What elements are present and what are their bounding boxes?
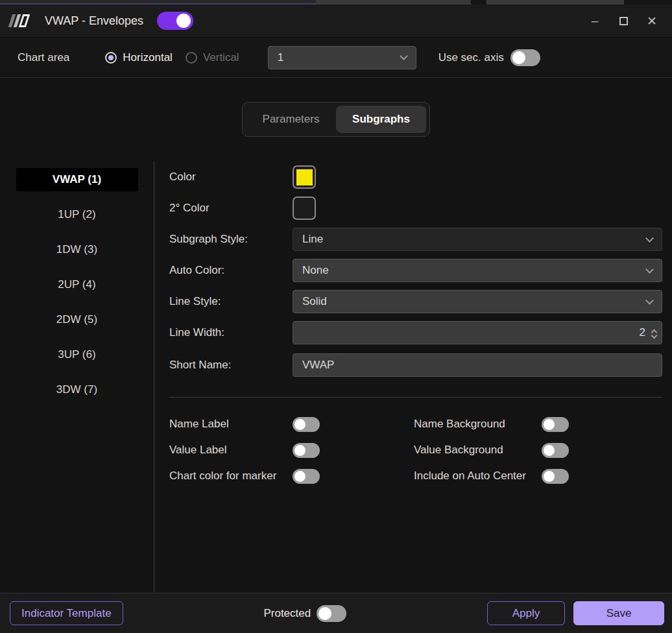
value-label-row: Value Label <box>169 437 414 463</box>
minimize-button[interactable]: – <box>584 10 606 32</box>
short-name-row: Short Name: <box>169 350 662 381</box>
display-toggles: Name Label Value Label Chart color for m… <box>169 411 662 489</box>
subgraph-item-1up[interactable]: 1UP (2) <box>0 197 154 232</box>
logo-bar <box>19 14 30 27</box>
line-style-label: Line Style: <box>169 295 293 308</box>
color-row: Color <box>169 161 662 193</box>
color-swatch-fill <box>296 169 313 185</box>
toggles-left-column: Name Label Value Label Chart color for m… <box>169 411 414 489</box>
secondary-color-swatch-fill <box>296 200 313 217</box>
radio-horizontal[interactable]: Horizontal <box>105 51 173 64</box>
maximize-icon <box>619 17 628 25</box>
subgraph-settings-panel: Color 2° Color Subgraph Style: Line Auto… <box>154 161 672 593</box>
subgraph-list: VWAP (1) 1UP (2) 1DW (3) 2UP (4) 2DW (5)… <box>0 161 154 593</box>
indicator-template-button[interactable]: Indicator Template <box>10 601 123 625</box>
background-tab <box>486 0 624 5</box>
subgraph-item-1dw[interactable]: 1DW (3) <box>0 232 154 267</box>
subgraph-item-3dw[interactable]: 3DW (7) <box>0 372 154 407</box>
include-auto-center-toggle[interactable] <box>542 469 569 484</box>
save-button[interactable]: Save <box>573 601 664 625</box>
use-sec-axis-label: Use sec. axis <box>438 51 504 64</box>
protected-toggle[interactable] <box>317 605 346 622</box>
chart-area-row: Chart area Horizontal Vertical 1 Use sec… <box>0 38 672 78</box>
subgraph-item-2up[interactable]: 2UP (4) <box>0 267 154 302</box>
value-label-toggle[interactable] <box>293 443 320 458</box>
subgraph-item-3up[interactable]: 3UP (6) <box>0 337 154 372</box>
radio-vertical[interactable]: Vertical <box>186 51 239 64</box>
background-tab <box>316 0 470 5</box>
name-label-toggle[interactable] <box>293 417 320 432</box>
subgraph-style-select[interactable]: Line <box>293 228 662 251</box>
subgraph-item-label: 3DW (7) <box>16 378 138 401</box>
subgraph-item-2dw[interactable]: 2DW (5) <box>0 302 154 337</box>
color-swatch[interactable] <box>293 165 316 189</box>
toggle-knob <box>318 607 331 620</box>
auto-color-label: Auto Color: <box>169 264 293 277</box>
value-background-row: Value Background <box>414 437 662 463</box>
line-width-stepper[interactable]: 2 <box>293 321 662 344</box>
apply-button[interactable]: Apply <box>487 601 565 625</box>
stepper-buttons <box>652 328 656 338</box>
subgraph-item-label: 1UP (2) <box>16 203 138 226</box>
close-icon: ✕ <box>647 14 657 29</box>
toggle-knob <box>294 471 306 482</box>
line-width-label: Line Width: <box>169 326 293 339</box>
tab-group: Parameters Subgraphs <box>242 102 430 137</box>
chart-color-marker-label: Chart color for marker <box>169 470 293 483</box>
protected-label: Protected <box>263 607 311 620</box>
subgraph-style-row: Subgraph Style: Line <box>169 224 662 255</box>
secondary-color-swatch[interactable] <box>293 197 316 220</box>
include-auto-center-row: Include on Auto Center <box>414 463 662 489</box>
background-window-strip <box>0 0 672 5</box>
radio-selected-icon <box>105 52 117 64</box>
minimize-icon: – <box>592 14 599 28</box>
line-style-select[interactable]: Solid <box>293 290 662 313</box>
radio-horizontal-label: Horizontal <box>123 51 173 64</box>
value-background-toggle[interactable] <box>542 443 569 458</box>
name-label-label: Name Label <box>169 418 293 431</box>
line-style-value: Solid <box>302 295 647 308</box>
secondary-color-row: 2° Color <box>169 193 662 224</box>
radio-dot <box>108 55 114 60</box>
include-auto-center-label: Include on Auto Center <box>414 470 542 483</box>
chart-color-marker-toggle[interactable] <box>293 469 320 484</box>
subgraph-item-label: 2UP (4) <box>16 273 138 296</box>
color-label: Color <box>169 171 293 184</box>
close-button[interactable]: ✕ <box>641 10 663 32</box>
toggle-knob <box>294 419 306 430</box>
toggle-knob <box>294 445 306 456</box>
line-width-row: Line Width: 2 <box>169 317 662 348</box>
chevron-down-icon <box>645 234 654 243</box>
maximize-button[interactable] <box>612 10 634 32</box>
background-tab-gap <box>471 0 486 5</box>
tab-subgraphs[interactable]: Subgraphs <box>336 106 426 133</box>
chevron-down-icon <box>645 296 654 305</box>
name-background-toggle[interactable] <box>542 417 569 432</box>
footer-bar: Indicator Template Protected Apply Save <box>0 593 672 633</box>
titlebar: VWAP - Envelopes – ✕ <box>0 5 672 38</box>
use-sec-axis-toggle[interactable] <box>510 49 540 66</box>
chart-color-marker-row: Chart color for marker <box>169 463 414 489</box>
tabs-bar: Parameters Subgraphs <box>0 78 672 137</box>
short-name-input[interactable] <box>293 353 662 377</box>
short-name-label: Short Name: <box>169 359 293 372</box>
background-tab-gap <box>624 0 672 5</box>
line-style-row: Line Style: Solid <box>169 286 662 317</box>
toggle-knob <box>544 471 555 482</box>
tab-parameters[interactable]: Parameters <box>246 106 336 133</box>
auto-color-select[interactable]: None <box>293 259 662 282</box>
content: VWAP (1) 1UP (2) 1DW (3) 2UP (4) 2DW (5)… <box>0 161 672 593</box>
toggles-right-column: Name Background Value Background Include… <box>414 411 662 489</box>
toggle-knob <box>512 51 525 64</box>
radio-unselected-icon <box>186 52 197 64</box>
name-label-row: Name Label <box>169 411 414 437</box>
chevron-down-icon <box>645 265 654 274</box>
subgraph-item-vwap[interactable]: VWAP (1) <box>0 162 154 197</box>
auto-color-value: None <box>302 264 647 277</box>
subgraph-item-label: 1DW (3) <box>16 238 138 261</box>
chart-area-number-select[interactable]: 1 <box>268 46 416 69</box>
subgraph-item-label: 2DW (5) <box>16 308 138 331</box>
chevron-down-icon <box>400 52 408 60</box>
name-background-label: Name Background <box>414 418 542 431</box>
indicator-enabled-toggle[interactable] <box>157 12 193 30</box>
